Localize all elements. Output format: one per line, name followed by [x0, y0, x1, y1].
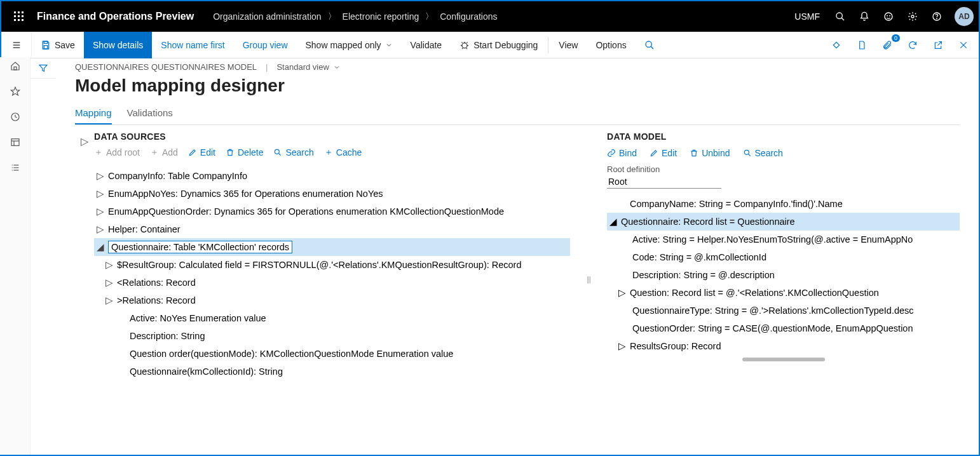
expand-icon[interactable]: ▷: [105, 260, 113, 270]
tree-leaf[interactable]: CompanyName: String = CompanyInfo.'find(…: [607, 195, 960, 213]
expand-icon[interactable]: ▷: [97, 206, 104, 217]
expand-icon[interactable]: ▷: [97, 171, 104, 181]
svg-point-9: [836, 13, 842, 18]
breadcrumb-item[interactable]: Configurations: [440, 11, 497, 22]
tree-leaf[interactable]: Active: NoYes Enumeration value: [94, 309, 570, 327]
tab-validations[interactable]: Validations: [127, 107, 173, 124]
options-menu[interactable]: Options: [587, 32, 635, 58]
modules-icon[interactable]: [10, 163, 20, 175]
tree-node[interactable]: ▷>Relations: Record: [94, 292, 570, 309]
save-label: Save: [55, 40, 75, 50]
global-header: Finance and Operations Preview Organizat…: [1, 1, 979, 32]
search-button[interactable]: Search: [273, 147, 313, 158]
breadcrumb-item[interactable]: Organization administration: [213, 11, 321, 22]
collapse-icon[interactable]: ◢: [609, 217, 617, 227]
plus-icon: ＋: [324, 147, 333, 158]
tree-leaf[interactable]: QuestionOrder: String = CASE(@.questionM…: [607, 319, 960, 337]
smiley-icon[interactable]: [882, 10, 895, 23]
tree-node[interactable]: ▷<Relations: Record: [94, 274, 570, 292]
diamond-icon[interactable]: [829, 37, 844, 53]
search-icon[interactable]: [636, 32, 664, 58]
tree-node[interactable]: ▷Question: Record list = @.'<Relations'.…: [607, 284, 960, 302]
attachments-badge: 0: [892, 34, 900, 42]
breadcrumb-item[interactable]: Electronic reporting: [343, 11, 419, 22]
module-crumb: QUESTIONNAIRES QUESTIONNAIRES MODEL: [75, 62, 257, 72]
expand-icon[interactable]: ▷: [618, 341, 626, 351]
edit-button[interactable]: Edit: [650, 148, 677, 158]
legal-entity[interactable]: USMF: [794, 11, 820, 22]
attachments-icon[interactable]: 0: [880, 37, 895, 53]
tree-node[interactable]: ▷$ResultGroup: Calculated field = FIRSTO…: [94, 256, 570, 274]
expand-icon[interactable]: ▷: [97, 189, 104, 199]
svg-rect-2: [22, 11, 24, 13]
panel-splitter[interactable]: ⫴: [583, 131, 594, 429]
svg-line-44: [748, 154, 750, 156]
tree-leaf[interactable]: Code: String = @.kmCollectionId: [607, 248, 960, 266]
app-launcher-icon[interactable]: [6, 4, 32, 29]
tree-node[interactable]: ▷EnumAppQuestionOrder: Dynamics 365 for …: [94, 203, 570, 220]
recent-icon[interactable]: [10, 112, 20, 124]
view-menu[interactable]: View: [550, 32, 587, 58]
filter-icon[interactable]: [31, 57, 56, 79]
document-icon[interactable]: [854, 37, 869, 53]
user-avatar[interactable]: AD: [955, 7, 974, 26]
save-button[interactable]: Save: [32, 32, 84, 58]
search-button[interactable]: Search: [743, 148, 783, 158]
bell-icon[interactable]: [858, 10, 871, 23]
bind-button[interactable]: Bind: [607, 148, 637, 158]
tree-node[interactable]: ▷ResultsGroup: Record: [607, 337, 960, 355]
tree-node-selected[interactable]: ◢Questionnaire: Table 'KMCollection' rec…: [94, 238, 570, 256]
svg-rect-25: [833, 42, 839, 48]
command-bar-right: 0: [829, 37, 979, 53]
root-definition-input[interactable]: Root: [607, 175, 721, 189]
add-root-button[interactable]: ＋Add root: [94, 147, 140, 158]
search-icon[interactable]: [834, 10, 847, 23]
group-view-button[interactable]: Group view: [234, 32, 297, 58]
help-icon[interactable]: [930, 10, 943, 23]
workspaces-icon[interactable]: [10, 137, 20, 150]
edit-button[interactable]: Edit: [188, 147, 215, 158]
panel-expand-icon[interactable]: ▷: [75, 131, 94, 429]
data-sources-title: DATA SOURCES: [94, 131, 570, 142]
cache-button[interactable]: ＋Cache: [324, 147, 362, 158]
expand-icon[interactable]: ▷: [97, 224, 104, 234]
tab-mapping[interactable]: Mapping: [75, 107, 112, 124]
tree-leaf[interactable]: Questionnaire(kmCollectionId): String: [94, 363, 570, 380]
tree-node-selected[interactable]: ◢Questionnaire: Record list = Questionna…: [607, 213, 960, 231]
svg-rect-1: [18, 11, 20, 13]
chevron-right-icon: 〉: [328, 11, 336, 22]
refresh-icon[interactable]: [905, 37, 920, 53]
separator: |: [266, 62, 268, 72]
nav-hamburger-icon[interactable]: [1, 32, 32, 58]
tree-leaf[interactable]: Description: String = @.description: [607, 266, 960, 284]
tree-leaf[interactable]: Description: String: [94, 327, 570, 345]
close-icon[interactable]: [956, 37, 971, 53]
unbind-button[interactable]: Unbind: [690, 148, 730, 158]
collapse-icon[interactable]: ◢: [97, 242, 104, 252]
start-debugging-button[interactable]: Start Debugging: [451, 32, 547, 58]
horizontal-scrollbar[interactable]: [742, 358, 825, 361]
tree-leaf[interactable]: Question order(questionMode): KMCollecti…: [94, 345, 570, 363]
show-mapped-only-dropdown[interactable]: Show mapped only: [297, 32, 402, 58]
expand-icon[interactable]: ▷: [618, 288, 626, 298]
chevron-down-icon: [385, 41, 393, 49]
tree-leaf[interactable]: QuestionnaireType: String = @.'>Relation…: [607, 302, 960, 319]
popout-icon[interactable]: [930, 37, 946, 53]
search-icon: [743, 149, 752, 158]
expand-icon[interactable]: ▷: [105, 278, 113, 288]
star-icon[interactable]: [10, 86, 20, 99]
tree-node[interactable]: ▷Helper: Container: [94, 220, 570, 238]
gear-icon[interactable]: [906, 10, 919, 23]
validate-button[interactable]: Validate: [402, 32, 451, 58]
expand-icon[interactable]: ▷: [105, 295, 113, 305]
add-button[interactable]: ＋Add: [150, 147, 178, 158]
svg-point-12: [887, 15, 888, 16]
home-icon[interactable]: [10, 61, 20, 74]
delete-button[interactable]: Delete: [226, 147, 263, 158]
show-name-first-button[interactable]: Show name first: [152, 32, 233, 58]
tree-node[interactable]: ▷CompanyInfo: Table CompanyInfo: [94, 167, 570, 185]
show-details-button[interactable]: Show details: [84, 32, 152, 58]
view-dropdown[interactable]: Standard view: [276, 62, 340, 72]
tree-leaf[interactable]: Active: String = Helper.NoYesEnumToStrin…: [607, 231, 960, 248]
tree-node[interactable]: ▷EnumAppNoYes: Dynamics 365 for Operatio…: [94, 185, 570, 203]
